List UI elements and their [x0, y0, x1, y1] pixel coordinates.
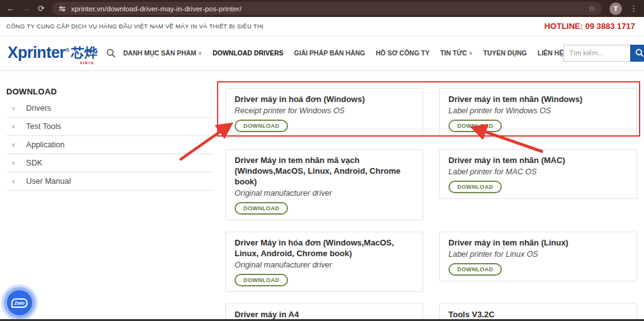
sidebar-heading: DOWNLOAD [6, 87, 214, 96]
download-button[interactable]: DOWNLOAD [235, 274, 288, 286]
search-icon[interactable] [106, 48, 116, 58]
nav-item-tuyen-dung[interactable]: TUYỂN DỤNG [483, 49, 526, 57]
chevron-down-icon: ∨ [198, 50, 202, 56]
card-title: Driver máy in A4 [235, 309, 414, 320]
sidebar-item-label: Application [26, 140, 65, 149]
nav-menu: DANH MỤC SẢN PHẨM∨DOWNLOAD DRIVERSGIẢI P… [123, 49, 564, 57]
nav-item-giai-phap-ban-hang[interactable]: GIẢI PHÁP BÁN HÀNG [294, 49, 365, 57]
zalo-logo-text: Zalo [11, 298, 28, 308]
card-subtitle: Label printer for Linux OS [448, 249, 628, 259]
card-subtitle: Receipt printer for Windows OS [235, 106, 414, 116]
site-logo[interactable]: Xprinter® 芯烨 XINYE [8, 43, 97, 62]
chevron-down-icon: ∨ [11, 160, 16, 166]
sidebar-item-label: Drivers [26, 104, 52, 113]
card-title: Driver Máy in hóa đơn (Windows,MacOS, Li… [235, 237, 414, 259]
driver-card-tools-v3-2c: Tools V3.2CXprinter Receipt Printer Test… [439, 303, 637, 321]
logo-cjk: 芯烨 XINYE [71, 43, 97, 62]
card-title: Driver máy in hoá đơn (Windows) [235, 94, 414, 104]
card-title: Driver máy in tem nhãn (Windows) [448, 94, 628, 104]
card-subtitle: Label printer for Windows OS [448, 106, 628, 116]
zalo-chat-widget[interactable]: Zalo [1, 284, 38, 321]
card-title: Tools V3.2C [448, 309, 628, 320]
reload-icon[interactable]: ⟳ [38, 4, 45, 13]
nav-item-tin-tuc[interactable]: TIN TỨC∨ [440, 49, 472, 57]
search-input[interactable] [564, 45, 630, 62]
download-sidebar: DOWNLOAD ∨Drivers∨Test Tools∨Application… [6, 87, 214, 191]
download-button[interactable]: DOWNLOAD [235, 202, 288, 215]
driver-card-driver-may-in-tem-nhan-windows: Driver máy in tem nhãn (Windows)Label pr… [439, 88, 637, 138]
chevron-down-icon: ∨ [11, 178, 16, 184]
back-icon[interactable]: ← [6, 4, 14, 13]
search-button[interactable] [630, 45, 644, 62]
hotline-text: HOTLINE: 09 3883 1717 [544, 21, 635, 31]
nav-item-lien-he[interactable]: LIÊN HỆ [538, 49, 564, 57]
nav-item-download-drivers[interactable]: DOWNLOAD DRIVERS [213, 49, 284, 57]
download-button[interactable]: DOWNLOAD [235, 120, 288, 132]
sidebar-item-drivers[interactable]: ∨Drivers [6, 99, 214, 118]
sidebar-items: ∨Drivers∨Test Tools∨Application∨SDK∨User… [6, 99, 214, 191]
nav-item-ho-so-cong-ty[interactable]: HỒ SƠ CÔNG TY [376, 49, 430, 57]
sidebar-item-user-manual[interactable]: ∨User Manual [6, 172, 214, 191]
zalo-halo: Zalo [4, 287, 35, 318]
registered-mark: ® [65, 47, 69, 54]
chevron-down-icon: ∨ [11, 105, 16, 111]
chevron-down-icon: ∨ [11, 142, 16, 148]
driver-card-driver-may-in-tem-nhan-linux: Driver máy in tem nhãn (Linux)Label prin… [439, 232, 637, 281]
sidebar-item-sdk[interactable]: ∨SDK [6, 154, 214, 172]
sidebar-item-label: SDK [26, 159, 43, 167]
nav-searchbox [564, 45, 644, 62]
site-topbar: CÔNG TY CUNG CẤP DỊCH VỤ HÀNG ĐẦU VIỆT N… [0, 17, 644, 36]
chevron-down-icon: ∨ [469, 50, 472, 56]
address-bar[interactable]: xprinter.vn/download-driver-may-in-drive… [52, 2, 602, 15]
browser-menu-icon[interactable]: ⋮ [630, 4, 638, 13]
forward-icon[interactable]: → [22, 4, 30, 13]
url-text[interactable]: xprinter.vn/download-driver-may-in-drive… [71, 5, 583, 13]
card-title: Driver máy in tem nhãn (Linux) [448, 237, 628, 248]
site-settings-icon[interactable] [58, 5, 66, 13]
card-subtitle: Label printer for MAC OS [448, 167, 628, 177]
company-tagline: CÔNG TY CUNG CẤP DỊCH VỤ HÀNG ĐẦU VIỆT N… [6, 23, 264, 30]
nav-item-danh-muc-san-pham[interactable]: DANH MỤC SẢN PHẨM∨ [123, 49, 202, 57]
zalo-icon: Zalo [7, 290, 32, 315]
driver-card-driver-may-in-a4: Driver máy in A4A4 thermal printer insta… [225, 303, 423, 321]
card-title: Driver máy in tem nhãn (MAC) [448, 155, 628, 166]
browser-chrome: ← → ⟳ xprinter.vn/download-driver-may-in… [0, 0, 644, 17]
sidebar-item-application[interactable]: ∨Application [6, 136, 214, 154]
bookmark-star-icon[interactable]: ☆ [588, 4, 596, 13]
main-nav: Xprinter® 芯烨 XINYE DANH MỤC SẢN PHẨM∨DOW… [0, 36, 644, 70]
driver-card-driver-may-in-hoa-on-windows: Driver máy in hoá đơn (Windows)Receipt p… [225, 88, 423, 138]
card-title: Driver Máy in tem nhãn mã vạch (Windows,… [235, 155, 414, 187]
card-subtitle: Original manufacturer driver [235, 188, 414, 198]
logo-wordmark: Xprinter® [8, 43, 69, 62]
sidebar-item-label: User Manual [26, 177, 71, 186]
driver-cards-grid: Driver máy in hoá đơn (Windows)Receipt p… [225, 88, 637, 321]
download-button[interactable]: DOWNLOAD [448, 120, 502, 132]
driver-card-driver-may-in-hoa-on-windows-macos-linux: Driver Máy in hóa đơn (Windows,MacOS, Li… [225, 232, 423, 292]
download-button[interactable]: DOWNLOAD [448, 263, 502, 276]
driver-card-driver-may-in-tem-nhan-mac: Driver máy in tem nhãn (MAC)Label printe… [439, 149, 637, 199]
logo-subtext: XINYE [80, 61, 94, 65]
download-button[interactable]: DOWNLOAD [448, 181, 502, 193]
profile-avatar[interactable]: T [609, 3, 622, 15]
sidebar-item-label: Test Tools [26, 122, 61, 131]
card-subtitle: Original manufacturer driver [235, 260, 414, 270]
driver-card-driver-may-in-tem-nhan-ma-vach-windows-m: Driver Máy in tem nhãn mã vạch (Windows,… [225, 149, 423, 220]
chevron-down-icon: ∨ [11, 123, 16, 130]
sidebar-item-test-tools[interactable]: ∨Test Tools [6, 118, 214, 136]
